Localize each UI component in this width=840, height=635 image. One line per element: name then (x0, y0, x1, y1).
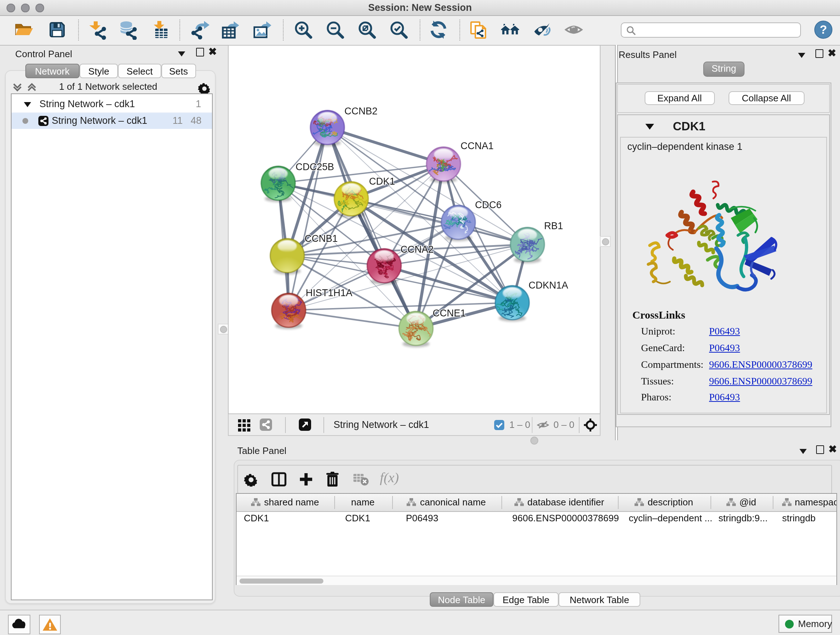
svg-text:RB1: RB1 (544, 220, 563, 231)
svg-text:CDC25B: CDC25B (295, 162, 334, 172)
svg-text:CCNE1: CCNE1 (433, 308, 466, 318)
svg-text:?: ? (820, 23, 827, 36)
svg-text:CCNB1: CCNB1 (305, 233, 338, 244)
svg-text:CDC6: CDC6 (475, 200, 502, 211)
svg-text:HIST1H1A: HIST1H1A (306, 287, 352, 298)
svg-text:CCNA1: CCNA1 (461, 141, 494, 151)
svg-text:CCNB2: CCNB2 (344, 106, 378, 117)
svg-text:CDKN1A: CDKN1A (529, 280, 568, 291)
svg-text:CCNA2: CCNA2 (401, 244, 434, 255)
svg-text:CDK1: CDK1 (369, 176, 395, 187)
